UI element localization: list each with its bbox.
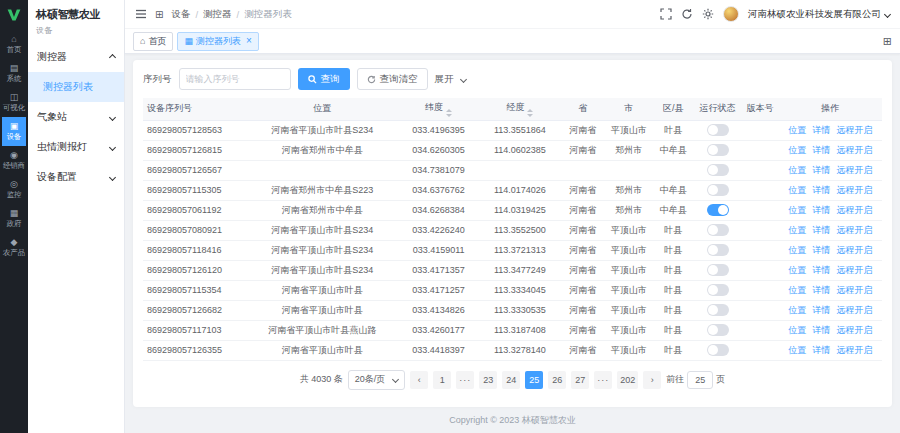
action-详情-link[interactable]: 详情 bbox=[812, 165, 830, 175]
menu-item-气象站[interactable]: 气象站 bbox=[28, 102, 124, 132]
nav-item-经销商[interactable]: ◉经销商 bbox=[2, 146, 26, 175]
nav-item-设备[interactable]: ▣设备 bbox=[2, 117, 26, 146]
page-button-1[interactable]: 1 bbox=[433, 371, 451, 389]
nav-item-系统[interactable]: ▤系统 bbox=[2, 59, 26, 88]
sort-caret-icon[interactable] bbox=[446, 109, 452, 117]
tab-测控器列表[interactable]: ▦测控器列表× bbox=[177, 32, 258, 51]
page-button-25[interactable]: 25 bbox=[525, 371, 543, 389]
running-toggle[interactable] bbox=[707, 144, 729, 156]
next-page-button[interactable]: › bbox=[643, 371, 661, 389]
action-位置-link[interactable]: 位置 bbox=[788, 345, 806, 355]
action-详情-link[interactable]: 详情 bbox=[812, 205, 830, 215]
action-远程开启-link[interactable]: 远程开启 bbox=[836, 185, 872, 195]
prev-page-button[interactable]: ‹ bbox=[410, 371, 428, 389]
nav-item-农产品[interactable]: ◆农产品 bbox=[2, 233, 26, 262]
running-toggle[interactable] bbox=[707, 244, 729, 256]
page-button-26[interactable]: 26 bbox=[548, 371, 566, 389]
action-远程开启-link[interactable]: 远程开启 bbox=[836, 145, 872, 155]
action-详情-link[interactable]: 详情 bbox=[812, 245, 830, 255]
cell-district: 叶县 bbox=[653, 260, 694, 280]
action-位置-link[interactable]: 位置 bbox=[788, 125, 806, 135]
action-详情-link[interactable]: 详情 bbox=[812, 265, 830, 275]
action-位置-link[interactable]: 位置 bbox=[788, 185, 806, 195]
action-位置-link[interactable]: 位置 bbox=[788, 245, 806, 255]
column-header-纬度[interactable]: 纬度 bbox=[398, 98, 479, 120]
nav-item-监控[interactable]: ◎监控 bbox=[2, 175, 26, 204]
action-远程开启-link[interactable]: 远程开启 bbox=[836, 265, 872, 275]
company-dropdown[interactable]: 河南林硕农业科技发展有限公司 bbox=[748, 8, 890, 21]
action-位置-link[interactable]: 位置 bbox=[788, 325, 806, 335]
action-位置-link[interactable]: 位置 bbox=[788, 285, 806, 295]
action-位置-link[interactable]: 位置 bbox=[788, 225, 806, 235]
page-button-24[interactable]: 24 bbox=[502, 371, 520, 389]
action-远程开启-link[interactable]: 远程开启 bbox=[836, 125, 872, 135]
cell-actions: 位置详情远程开启 bbox=[778, 320, 882, 340]
fullscreen-icon[interactable] bbox=[660, 8, 672, 20]
expand-filters-link[interactable]: 展开 bbox=[435, 73, 466, 86]
breadcrumb-item[interactable]: 设备 bbox=[171, 8, 190, 21]
page-button-27[interactable]: 27 bbox=[571, 371, 589, 389]
action-详情-link[interactable]: 详情 bbox=[812, 145, 830, 155]
running-toggle[interactable] bbox=[707, 344, 729, 356]
menu-item-虫情测报灯[interactable]: 虫情测报灯 bbox=[28, 132, 124, 162]
action-详情-link[interactable]: 详情 bbox=[812, 225, 830, 235]
action-远程开启-link[interactable]: 远程开启 bbox=[836, 345, 872, 355]
column-header-经度[interactable]: 经度 bbox=[479, 98, 560, 120]
action-位置-link[interactable]: 位置 bbox=[788, 145, 806, 155]
tab-close-icon[interactable]: × bbox=[246, 36, 252, 46]
menu-item-测控器列表[interactable]: 测控器列表 bbox=[28, 72, 124, 102]
running-toggle[interactable] bbox=[707, 204, 729, 216]
action-位置-link[interactable]: 位置 bbox=[788, 265, 806, 275]
goto-page-input[interactable] bbox=[687, 371, 713, 389]
action-远程开启-link[interactable]: 远程开启 bbox=[836, 305, 872, 315]
action-详情-link[interactable]: 详情 bbox=[812, 325, 830, 335]
nav-item-可视化[interactable]: ◫可视化 bbox=[2, 88, 26, 117]
tabs-menu-icon[interactable]: ⊞ bbox=[883, 36, 892, 47]
action-远程开启-link[interactable]: 远程开启 bbox=[836, 285, 872, 295]
action-远程开启-link[interactable]: 远程开启 bbox=[836, 225, 872, 235]
nav-item-首页[interactable]: ⌂首页 bbox=[2, 30, 26, 59]
cell-serial: 869298057128563 bbox=[143, 120, 246, 140]
running-toggle[interactable] bbox=[707, 264, 729, 276]
running-toggle[interactable] bbox=[707, 284, 729, 296]
user-avatar[interactable] bbox=[723, 6, 739, 22]
running-toggle[interactable] bbox=[707, 304, 729, 316]
menu-item-设备配置[interactable]: 设备配置 bbox=[28, 162, 124, 192]
cell-longitude: 113.3552500 bbox=[479, 220, 560, 240]
breadcrumb-item[interactable]: 测控器 bbox=[203, 8, 232, 21]
action-位置-link[interactable]: 位置 bbox=[788, 305, 806, 315]
serial-search-input[interactable] bbox=[179, 68, 291, 90]
running-toggle[interactable] bbox=[707, 124, 729, 136]
action-远程开启-link[interactable]: 远程开启 bbox=[836, 325, 872, 335]
cell-actions: 位置详情远程开启 bbox=[778, 180, 882, 200]
refresh-icon[interactable] bbox=[681, 8, 693, 20]
action-详情-link[interactable]: 详情 bbox=[812, 185, 830, 195]
breadcrumb-item[interactable]: 测控器列表 bbox=[244, 8, 292, 21]
running-toggle[interactable] bbox=[707, 184, 729, 196]
action-远程开启-link[interactable]: 远程开启 bbox=[836, 165, 872, 175]
clear-query-button[interactable]: 查询清空 bbox=[357, 68, 428, 90]
running-toggle[interactable] bbox=[707, 164, 729, 176]
action-位置-link[interactable]: 位置 bbox=[788, 205, 806, 215]
action-远程开启-link[interactable]: 远程开启 bbox=[836, 245, 872, 255]
action-详情-link[interactable]: 详情 bbox=[812, 305, 830, 315]
tab-首页[interactable]: ⌂首页 bbox=[133, 32, 173, 51]
query-button[interactable]: 查询 bbox=[298, 68, 350, 90]
page-button-202[interactable]: 202 bbox=[617, 371, 638, 389]
sidebar-collapse-icon[interactable] bbox=[135, 8, 147, 20]
menu-item-测控器[interactable]: 测控器 bbox=[28, 42, 124, 72]
settings-gear-icon[interactable] bbox=[702, 8, 714, 20]
action-远程开启-link[interactable]: 远程开启 bbox=[836, 205, 872, 215]
cell-version bbox=[742, 160, 779, 180]
nav-item-政府[interactable]: ▦政府 bbox=[2, 204, 26, 233]
running-toggle[interactable] bbox=[707, 324, 729, 336]
running-toggle[interactable] bbox=[707, 224, 729, 236]
page-button-23[interactable]: 23 bbox=[479, 371, 497, 389]
page-size-select[interactable]: 20条/页 bbox=[348, 370, 406, 390]
cell-district: 叶县 bbox=[653, 240, 694, 260]
action-详情-link[interactable]: 详情 bbox=[812, 285, 830, 295]
action-位置-link[interactable]: 位置 bbox=[788, 165, 806, 175]
action-详情-link[interactable]: 详情 bbox=[812, 345, 830, 355]
sort-caret-icon[interactable] bbox=[527, 109, 533, 117]
action-详情-link[interactable]: 详情 bbox=[812, 125, 830, 135]
